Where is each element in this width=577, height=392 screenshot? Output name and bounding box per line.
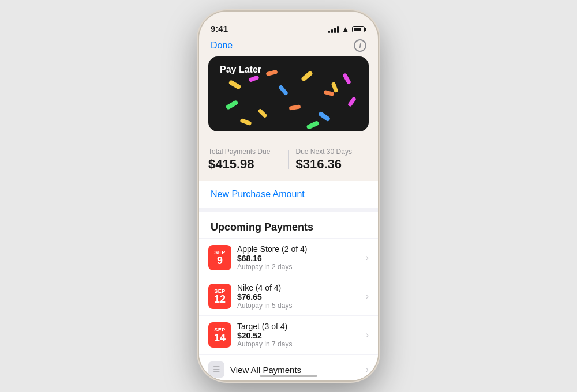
payment-item[interactable]: SEP 14 Target (3 of 4) $20.52 Autopay in… [199,315,378,354]
total-value: $415.98 [208,157,282,172]
new-purchase-link[interactable]: New Purchase Amount [211,189,305,199]
upcoming-payments-section: Upcoming Payments SEP 9 Apple Store (2 o… [199,212,378,380]
payment-autopay: Autopay in 7 days [237,340,366,348]
payment-chevron: › [366,291,369,301]
card-logo-text: Pay Later [220,65,261,75]
date-day: 9 [217,255,223,266]
payment-info: Target (3 of 4) $20.52 Autopay in 7 days [237,322,366,348]
date-badge: SEP 12 [208,284,231,309]
card-section: Pay Later [199,56,378,141]
payment-info: Apple Store (2 of 4) $68.16 Autopay in 2… [237,244,366,271]
phone-device: 9:41 ▲ Done i [199,12,378,380]
card-logo: Pay Later [218,65,359,75]
pay-later-card: Pay Later [208,56,369,131]
scroll-content: Pay Later Total Payments Due $415.98 Due… [199,56,378,380]
totals-divider [288,150,289,169]
date-badge: SEP 14 [208,322,231,348]
wifi-icon: ▲ [342,25,349,33]
view-all-text[interactable]: View All Payments [230,365,366,375]
due-next-value: $316.36 [296,157,369,172]
payment-item[interactable]: SEP 12 Nike (4 of 4) $76.65 Autopay in 5… [199,277,378,315]
nav-bar: Done i [199,37,378,56]
payment-name: Target (3 of 4) [237,322,366,331]
info-button[interactable]: i [354,39,366,52]
date-day: 12 [214,294,226,304]
date-day: 14 [214,333,226,343]
payment-chevron: › [366,252,369,263]
payment-info: Nike (4 of 4) $76.65 Autopay in 5 days [237,283,366,310]
payment-name: Apple Store (2 of 4) [237,244,366,254]
total-label: Total Payments Due [208,148,282,156]
payment-amount: $68.16 [237,254,366,263]
date-badge: SEP 9 [208,245,231,270]
payment-items-list: SEP 9 Apple Store (2 of 4) $68.16 Autopa… [199,238,378,354]
battery-icon [352,26,366,32]
home-indicator [260,375,317,377]
payment-chevron: › [366,330,369,340]
payment-totals: Total Payments Due $415.98 Due Next 30 D… [199,141,378,181]
total-payments-due: Total Payments Due $415.98 [208,148,282,172]
done-button[interactable]: Done [211,40,233,51]
payment-autopay: Autopay in 2 days [237,263,366,271]
due-next-label: Due Next 30 Days [296,148,369,156]
payment-amount: $76.65 [237,292,366,301]
payment-autopay: Autopay in 5 days [237,301,366,310]
view-all-chevron: › [366,364,369,375]
due-next-30: Due Next 30 Days $316.36 [296,148,369,172]
signal-icon [328,26,339,33]
new-purchase-section[interactable]: New Purchase Amount [199,181,378,208]
payment-item[interactable]: SEP 9 Apple Store (2 of 4) $68.16 Autopa… [199,238,378,277]
payments-list-icon: ☰ [208,361,224,378]
status-icons: ▲ [328,25,366,33]
status-time: 9:41 [211,24,228,33]
status-bar: 9:41 ▲ [199,12,378,37]
payment-name: Nike (4 of 4) [237,283,366,292]
upcoming-header: Upcoming Payments [199,212,378,238]
payment-amount: $20.52 [237,331,366,340]
